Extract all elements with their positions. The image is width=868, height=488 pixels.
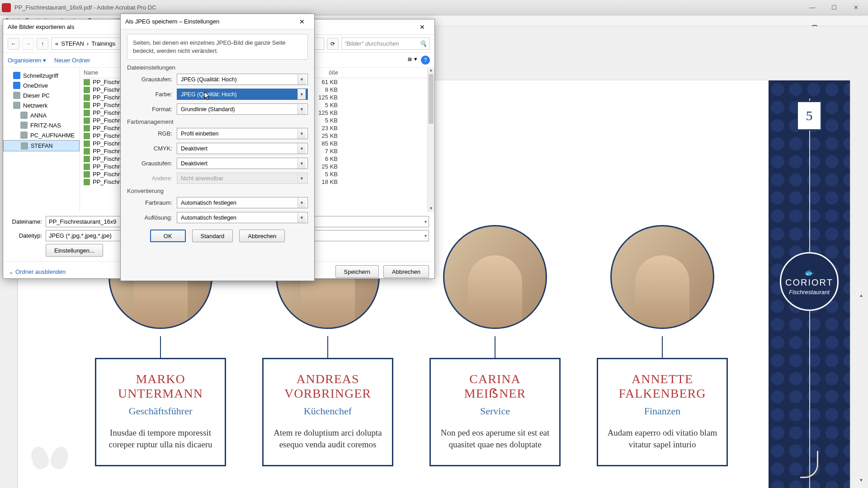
cancel-button[interactable]: Abbrechen [383,265,429,278]
nav-back-button[interactable]: ← [8,38,19,50]
colorspace-select[interactable]: Automatisch festlegen▼ [177,197,308,208]
folder-icon [20,112,28,119]
group-file: Dateieinstellungen [127,64,308,71]
nav-label: OneDrive [23,82,48,89]
close-button[interactable]: ✕ [845,1,866,14]
search-icon: 🔍 [420,40,427,47]
folder-icon [13,92,20,99]
scroll-thumb[interactable] [429,74,434,124]
nav-item[interactable]: ANNA [3,110,80,120]
dialog-help-icon[interactable]: ? [421,56,430,65]
maximize-button[interactable]: ☐ [824,1,844,14]
cancel-button[interactable]: Abbrechen [239,230,285,242]
acrobat-logo-icon [2,3,11,12]
image-file-icon [84,179,90,185]
folder-icon [13,102,20,109]
standard-button[interactable]: Standard [192,230,233,242]
save-button[interactable]: Speichern [335,265,379,278]
app-title: PP_Fischrestaurant_16x9.pdf - Adobe Acro… [14,4,156,11]
member-desc: Audam eaperro odi vitatio blam vitatur s… [607,427,717,450]
resolution-select[interactable]: Automatisch festlegen▼ [177,212,308,223]
grayscale-select[interactable]: JPEG (Qualität: Hoch)▼ [177,74,308,85]
scroll-up-icon[interactable]: ▲ [428,68,434,74]
new-folder-button[interactable]: Neuer Ordner [54,57,90,64]
search-placeholder: "Bilder" durchsuchen [344,40,399,47]
chevron-down-icon: ⌄ [9,268,14,275]
image-file-icon [84,94,90,101]
other-label: Andere: [127,175,177,182]
close-icon[interactable]: ✕ [415,21,430,33]
close-icon[interactable]: ✕ [294,15,310,28]
nav-label: Netzwerk [23,102,47,109]
colorspace-label: Farbraum: [127,199,177,206]
nav-tree[interactable]: SchnellzugriffOneDriveDieser PCNetzwerkA… [3,68,80,212]
organize-button[interactable]: Organisieren ▾ [8,57,46,64]
file-scrollbar[interactable]: ▲ ▼ [427,68,434,212]
grayscale2-select[interactable]: Deaktiviert▼ [177,158,308,169]
minimize-button[interactable]: — [802,1,823,14]
filename-label: Dateiname: [9,218,46,225]
page-number-badge: 5 [797,101,822,131]
hide-folders-toggle[interactable]: ⌄Ordner ausblenden [9,268,66,275]
member-name: ANNETTE FALKENBERG [607,372,717,401]
member-desc: Non ped eos aperume sit est eat quasitet… [440,427,550,450]
rgb-label: RGB: [127,130,177,137]
image-file-icon [84,171,90,178]
hook-icon [800,451,818,478]
settings-dialog-title: Als JPEG speichern – Einstellungen [125,18,219,25]
avatar [443,225,547,329]
search-input[interactable]: "Bilder" durchsuchen 🔍 [341,38,430,50]
image-file-icon [84,125,90,131]
member-role: Service [440,405,550,417]
member-role: Finanzen [607,405,717,417]
member-name: CARINA MEIẞNER [440,372,550,401]
scroll-down-icon[interactable]: ▼ [428,206,434,212]
settings-button[interactable]: Einstellungen... [46,244,103,257]
nav-up-button[interactable]: ↑ [37,38,48,50]
member-desc: Inusdae di tempore mporessit coreper rup… [105,427,216,450]
filetype-label: Dateityp: [9,232,46,239]
image-file-icon [84,164,90,170]
nav-item[interactable]: Dieser PC [3,90,80,100]
page-sidebar-graphic: 5 🐟 CORIORT Fischrestaurant [769,80,850,488]
brand-logo: 🐟 CORIORT Fischrestaurant [769,252,850,314]
nav-item[interactable]: Schnellzugriff [3,70,80,80]
refresh-button[interactable]: ⟳ [327,38,339,50]
nav-item[interactable]: PC_AUFNAHME [3,130,80,140]
image-file-icon [84,148,90,155]
member-desc: Atem re doluptium arci dolupta esequo ve… [273,427,383,450]
group-color: Farbmanagement [127,118,308,125]
team-card: ANNETTE FALKENBERGFinanzenAudam eaperro … [597,225,728,466]
member-name: ANDREAS VORBRINGER [273,372,383,401]
nav-item[interactable]: OneDrive [3,80,80,90]
color-select[interactable]: JPEG (Qualität: Hoch)▼ [177,89,308,100]
image-file-icon [84,102,90,108]
member-role: Küchenchef [273,405,383,417]
member-role: Geschäftsführer [105,405,216,417]
folder-icon [13,72,20,79]
team-card: CARINA MEIẞNERServiceNon ped eos aperume… [429,225,561,466]
format-select[interactable]: Grundlinie (Standard)▼ [177,103,308,115]
view-mode-button[interactable]: ≣ ▾ [407,56,417,65]
cmyk-select[interactable]: Deaktiviert▼ [177,143,308,154]
butterfly-watermark-icon [32,446,68,478]
nav-fwd-button[interactable]: → [22,38,34,50]
other-select: Nicht anwendbar▼ [177,173,308,184]
nav-label: Dieser PC [23,92,50,99]
ok-button[interactable]: OK [150,230,186,242]
nav-item[interactable]: Netzwerk [3,100,80,110]
folder-icon [13,82,20,89]
page-scroll-up-icon[interactable]: ▲ [859,293,863,298]
folder-icon [21,142,28,150]
cmyk-label: CMYK: [127,145,177,152]
group-convert: Konvertierung [127,188,308,194]
page-scroll-down-icon[interactable]: ▼ [859,478,863,483]
nav-item[interactable]: FRITZ-NAS [3,120,80,130]
image-file-icon [84,79,90,85]
rgb-select[interactable]: Profil einbetten▼ [177,128,308,139]
nav-item[interactable]: STEFAN [3,140,80,151]
image-file-icon [84,110,90,116]
grayscale-label: Graustufen: [127,76,177,83]
resolution-label: Auflösung: [127,214,177,221]
image-file-icon [84,141,90,147]
